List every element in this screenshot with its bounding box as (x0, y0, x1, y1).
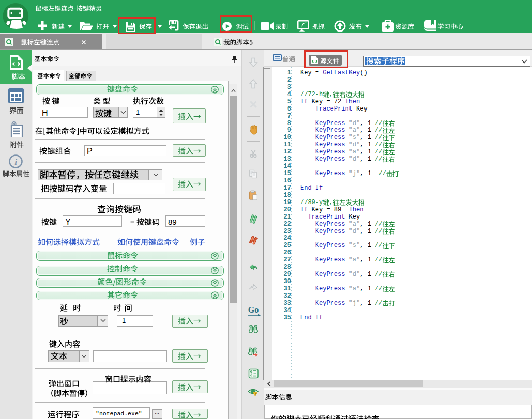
svg-text:i: i (14, 157, 17, 167)
svg-text:!: ! (255, 392, 256, 396)
